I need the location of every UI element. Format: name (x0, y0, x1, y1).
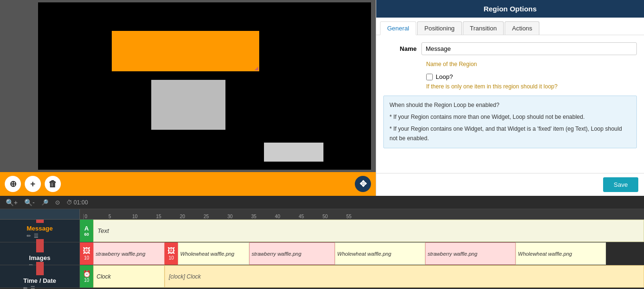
image-segment-4[interactable]: Wholewheat waffle.png (335, 242, 425, 265)
text-widget-segment[interactable]: Text (93, 220, 644, 242)
loop-checkbox-group: Loop? (426, 73, 637, 80)
row-images-content: 🖼 10 strawberry waffle.png 🖼 10 (80, 242, 644, 265)
tab-actions[interactable]: Actions (505, 21, 539, 35)
add-circle-button[interactable]: ⊕ (5, 176, 21, 192)
region-options-body: Name Name of the Region Loop? If there i… (376, 35, 644, 173)
plus-button[interactable]: + (25, 176, 41, 192)
clock-label: Clock (97, 273, 111, 280)
region-options-title: Region Options (376, 0, 644, 18)
image1-name: strawberry waffle.png (96, 251, 146, 257)
timer-display: ⏱ 01:00 (67, 199, 88, 206)
timer-value: 01:00 (74, 199, 88, 206)
image-segment-6[interactable]: Wholewheat waffle.png (516, 242, 606, 265)
ruler-40: 40 (274, 214, 298, 219)
timeline-row-message: Message ✏ ☰ ↑ A 60 (0, 220, 644, 242)
timeline-ruler: 0 5 10 15 20 25 30 35 40 45 50 55 (0, 209, 644, 220)
row-timedate-list-icon[interactable]: ☰ (30, 285, 35, 289)
loop-label: Loop? (436, 73, 453, 80)
info-line2: * If your Region contains one Widget, an… (390, 125, 631, 143)
trash-button[interactable]: 🗑 (45, 176, 61, 192)
ruler-30: 30 (226, 214, 250, 219)
info-title: When should the Region Loop be enabled? (390, 101, 631, 110)
row-message-list-icon[interactable]: ☰ (34, 233, 39, 239)
region-options-panel: Region Options General Positioning Trans… (376, 0, 644, 196)
move-button[interactable]: ✥ (355, 176, 371, 192)
clock-full-segment[interactable]: [clock] Clock (165, 265, 644, 288)
row-message-content: A 60 Text (80, 220, 644, 242)
row-message-edit-icon[interactable]: ✏ (27, 233, 31, 239)
region-gray2[interactable] (264, 143, 323, 162)
canvas-toolbar: ⊕ + 🗑 ✥ (0, 172, 376, 196)
timeline-controls: 🔍+ 🔍- 🔎 ⊙ ⏱ 01:00 (0, 196, 644, 209)
zoom-in-button[interactable]: 🔍+ (4, 198, 20, 207)
loop-info-box: When should the Region Loop be enabled? … (383, 96, 637, 148)
ruler-50: 50 (322, 214, 345, 219)
loop-hint: If there is only one item in this region… (426, 83, 637, 90)
tab-positioning[interactable]: Positioning (417, 21, 462, 35)
timeline-rows: Message ✏ ☰ ↑ A 60 (0, 220, 644, 289)
clock-full-label: [clock] Clock (169, 273, 201, 280)
ruler-55: 55 (345, 214, 369, 219)
timeline-row-images: Images ✏ ☰ 🖼 10 (0, 242, 644, 265)
ruler-0: 0 (84, 214, 107, 219)
ruler-20: 20 (179, 214, 203, 219)
image4-name: Wholewheat waffle.png (337, 251, 391, 257)
region-gray1[interactable] (151, 80, 225, 130)
timeline-row-timedate: Time / Date ✏ ☰ ⏰ 10 (0, 265, 644, 288)
image-segment-1[interactable]: 🖼 10 strawberry waffle.png (80, 242, 165, 265)
image-segment-3[interactable]: strawberry waffle.png (249, 242, 335, 265)
canvas-black (38, 2, 371, 170)
clock-segment[interactable]: ⏰ 10 Clock (80, 265, 165, 288)
loop-checkbox[interactable] (426, 74, 433, 80)
ruler-15: 15 (155, 214, 179, 219)
ruler-35: 35 (250, 214, 274, 219)
row-timedate-name: Time / Date (23, 277, 56, 284)
timer-icon: ⏱ (67, 199, 72, 206)
save-button[interactable]: Save (603, 177, 638, 192)
ruler-25: 25 (203, 214, 226, 219)
tab-general[interactable]: General (380, 21, 416, 35)
row-timedate-content: ⏰ 10 Clock [clock] Clock (80, 265, 644, 288)
ruler-45: 45 (298, 214, 322, 219)
name-label: Name (383, 42, 421, 52)
zoom-out-large-button[interactable]: 🔎 (39, 198, 50, 207)
row-message-name: Message (27, 225, 53, 232)
row-timedate-label: Time / Date ✏ ☰ (0, 265, 80, 288)
region-tabs: General Positioning Transition Actions (376, 18, 644, 35)
region-options-footer: Save (376, 173, 644, 196)
ruler-5: 5 (107, 214, 131, 219)
ruler-10: 10 (131, 214, 155, 219)
tab-transition[interactable]: Transition (463, 21, 504, 35)
row-timedate-edit-icon[interactable]: ✏ (23, 285, 28, 289)
text-widget-label: Text (98, 227, 109, 234)
name-input[interactable] (421, 42, 637, 55)
image5-name: strawberry waffle.png (428, 251, 478, 257)
row-images-name: Images (29, 254, 50, 261)
name-form-group: Name (383, 42, 637, 55)
image6-name: Wholewheat waffle.png (518, 251, 572, 257)
image-segment-5[interactable]: strawberry waffle.png (425, 242, 516, 265)
region-orange[interactable] (112, 31, 259, 71)
image3-name: strawberry waffle.png (252, 251, 302, 257)
timeline-section: 🔍+ 🔍- 🔎 ⊙ ⏱ 01:00 0 5 10 15 (0, 196, 644, 289)
text-widget-badge: A 60 (80, 220, 93, 242)
zoom-out-small-button[interactable]: 🔍- (22, 198, 37, 207)
zoom-reset-button[interactable]: ⊙ (53, 198, 62, 207)
name-hint: Name of the Region (426, 61, 637, 67)
info-line1: * If your Region contains more than one … (390, 113, 631, 122)
image2-name: Wholewheat waffle.png (180, 251, 234, 257)
image-segment-2[interactable]: 🖼 10 Wholewheat waffle.png (165, 242, 249, 265)
canvas-area: ⊕ + 🗑 ✥ (0, 0, 376, 196)
